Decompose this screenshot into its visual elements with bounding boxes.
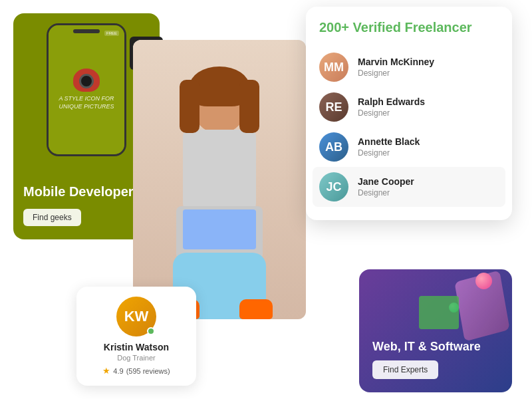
find-experts-button[interactable]: Find Experts bbox=[372, 360, 438, 379]
freelancer-role-mm: Designer bbox=[358, 68, 499, 78]
freelancer-role-re: Designer bbox=[358, 108, 499, 118]
freelancer-role-ab: Designer bbox=[358, 148, 499, 158]
freelancer-item-re[interactable]: RE Ralph Edwards Designer bbox=[319, 87, 499, 127]
avatar-img-re: RE bbox=[319, 92, 348, 122]
map-area bbox=[419, 296, 459, 329]
freelancer-title-suffix: Verified Freelancer bbox=[349, 20, 472, 35]
find-geeks-button[interactable]: Find geeks bbox=[23, 209, 81, 226]
freelancer-info-mm: Marvin McKinney Designer bbox=[358, 57, 499, 78]
person-hair bbox=[190, 66, 249, 106]
online-status-dot bbox=[147, 327, 155, 335]
phone-screen-text: A STYLE ICON FORUNIQUE PICTURES bbox=[59, 95, 114, 110]
decorative-ball-pink bbox=[475, 273, 492, 289]
person-laptop bbox=[176, 206, 263, 259]
freelancer-info-ab: Annette Black Designer bbox=[358, 136, 499, 158]
phone-tag: FREE bbox=[104, 31, 119, 36]
rating-reviews: (595 reviews) bbox=[126, 367, 170, 375]
web-card-illustration bbox=[412, 269, 512, 349]
person-torso bbox=[183, 130, 256, 216]
person-body bbox=[153, 66, 286, 319]
web-it-software-card: Web, IT & Software Find Experts bbox=[359, 269, 512, 392]
profile-card-kristin: KW Kristin Watson Dog Trainer ★ 4.9 (595… bbox=[76, 287, 196, 386]
person-placeholder bbox=[133, 40, 306, 319]
freelancer-name-re: Ralph Edwards bbox=[358, 96, 499, 107]
freelancer-card-title: 200+ Verified Freelancer bbox=[319, 20, 499, 35]
freelancer-item-ab[interactable]: AB Annette Black Designer bbox=[319, 127, 499, 167]
freelancer-role-jc: Designer bbox=[358, 188, 499, 198]
profile-role: Dog Trainer bbox=[117, 354, 155, 362]
profile-rating: ★ 4.9 (595 reviews) bbox=[102, 366, 170, 376]
avatar-ralph: RE bbox=[319, 92, 348, 122]
phone-screen: FREE A STYLE ICON FORUNIQUE PICTURES bbox=[49, 25, 124, 154]
freelancer-info-re: Ralph Edwards Designer bbox=[358, 96, 499, 118]
freelancer-item-mm[interactable]: MM Marvin McKinney Designer bbox=[319, 47, 499, 87]
freelancer-item-jc[interactable]: JC Jane Cooper Designer bbox=[313, 167, 505, 207]
avatar-img-mm: MM bbox=[319, 53, 348, 82]
person-shoe-right bbox=[239, 299, 273, 319]
avatar-img-ab: AB bbox=[319, 132, 348, 162]
freelancer-info-jc: Jane Cooper Designer bbox=[358, 176, 499, 198]
freelancer-name-ab: Annette Black bbox=[358, 136, 499, 147]
camera-icon bbox=[73, 68, 100, 92]
avatar-img-jc: JC bbox=[319, 172, 348, 201]
freelancer-list-card: 200+ Verified Freelancer MM Marvin McKin… bbox=[306, 7, 512, 220]
rating-value: 4.9 bbox=[113, 367, 123, 375]
profile-avatar-wrap: KW bbox=[116, 297, 156, 336]
freelancer-name-jc: Jane Cooper bbox=[358, 176, 499, 187]
mobile-card-title: Mobile Developers bbox=[23, 184, 141, 200]
avatar-marvin: MM bbox=[319, 53, 348, 82]
avatar-jane: JC bbox=[319, 172, 348, 201]
avatar-annette: AB bbox=[319, 132, 348, 162]
phone-mockup: FREE A STYLE ICON FORUNIQUE PICTURES bbox=[47, 23, 126, 156]
freelancer-name-mm: Marvin McKinney bbox=[358, 57, 499, 67]
profile-name: Kristin Watson bbox=[104, 342, 169, 352]
center-person-image bbox=[133, 40, 306, 319]
freelancer-count: 200+ bbox=[319, 20, 349, 35]
star-icon: ★ bbox=[102, 366, 110, 376]
